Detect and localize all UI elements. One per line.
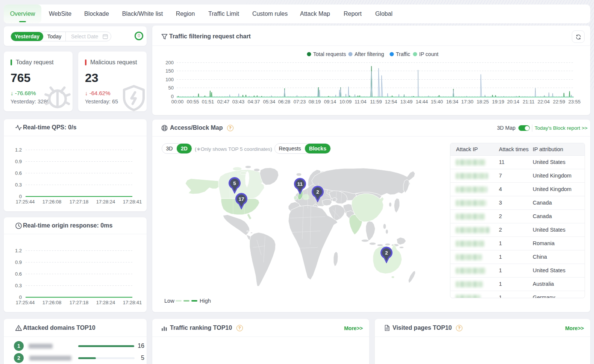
svg-text:0.3: 0.3 (15, 283, 22, 288)
svg-text:0.9: 0.9 (15, 259, 22, 265)
svg-text:11:59: 11:59 (370, 99, 382, 105)
svg-text:05:34: 05:34 (263, 99, 276, 105)
svg-text:100: 100 (165, 77, 174, 82)
svg-text:After filtering: After filtering (355, 51, 384, 57)
svg-text:21:11: 21:11 (523, 99, 535, 105)
svg-text:20:14: 20:14 (507, 99, 520, 105)
svg-text:06:28: 06:28 (278, 99, 291, 105)
svg-text:17:27:18: 17:27:18 (70, 300, 89, 305)
svg-text:07:23: 07:23 (294, 99, 306, 105)
svg-text:23:55: 23:55 (568, 99, 581, 105)
svg-text:12:54: 12:54 (385, 99, 397, 105)
svg-text:Total requests: Total requests (313, 51, 346, 57)
svg-text:17: 17 (238, 196, 244, 202)
svg-text:17:28:24: 17:28:24 (96, 300, 115, 305)
svg-text:IP count: IP count (419, 51, 438, 57)
svg-text:50: 50 (168, 85, 174, 91)
svg-text:1.2: 1.2 (15, 147, 22, 153)
svg-text:0.9: 0.9 (15, 159, 22, 164)
svg-text:0.3: 0.3 (15, 182, 22, 188)
svg-text:04:37: 04:37 (248, 99, 260, 105)
svg-text:17:25:44: 17:25:44 (16, 300, 35, 305)
svg-text:2: 2 (316, 189, 319, 195)
svg-text:10:09: 10:09 (339, 99, 352, 105)
svg-text:13:49: 13:49 (400, 99, 413, 105)
svg-text:22:04: 22:04 (538, 99, 550, 105)
svg-text:03:43: 03:43 (232, 99, 245, 105)
svg-text:22:59: 22:59 (553, 99, 565, 105)
svg-text:Traffic: Traffic (396, 51, 410, 57)
svg-text:17:25:44: 17:25:44 (16, 199, 35, 205)
svg-text:200: 200 (165, 60, 174, 65)
svg-text:19:19: 19:19 (492, 99, 505, 105)
svg-text:18:25: 18:25 (477, 99, 489, 105)
svg-text:0: 0 (19, 294, 22, 300)
svg-text:17:26:08: 17:26:08 (42, 199, 62, 205)
svg-text:150: 150 (165, 68, 174, 74)
svg-text:14:44: 14:44 (416, 99, 428, 105)
svg-text:09:14: 09:14 (324, 99, 336, 105)
svg-text:5: 5 (233, 180, 236, 186)
svg-text:17:28:24: 17:28:24 (96, 199, 115, 205)
svg-text:0.6: 0.6 (15, 271, 22, 277)
svg-text:1.2: 1.2 (15, 248, 22, 253)
svg-text:0.6: 0.6 (15, 170, 22, 176)
svg-text:11: 11 (297, 181, 303, 187)
svg-text:08:19: 08:19 (309, 99, 321, 105)
svg-text:16:34: 16:34 (446, 99, 459, 105)
svg-text:00:55: 00:55 (187, 99, 199, 105)
svg-text:17:28:41: 17:28:41 (123, 199, 142, 205)
svg-text:17:30: 17:30 (461, 99, 474, 105)
svg-text:17:28:41: 17:28:41 (123, 300, 142, 305)
svg-text:0: 0 (19, 194, 22, 199)
svg-text:0: 0 (171, 94, 174, 99)
svg-text:02:47: 02:47 (217, 99, 230, 105)
svg-text:17:26:08: 17:26:08 (42, 300, 62, 305)
svg-text:17:27:18: 17:27:18 (70, 199, 89, 205)
svg-text:00:00: 00:00 (171, 99, 184, 105)
svg-text:2: 2 (385, 250, 388, 256)
svg-text:15:40: 15:40 (431, 99, 443, 105)
svg-text:11:04: 11:04 (355, 99, 367, 105)
svg-text:01:51: 01:51 (202, 99, 214, 105)
